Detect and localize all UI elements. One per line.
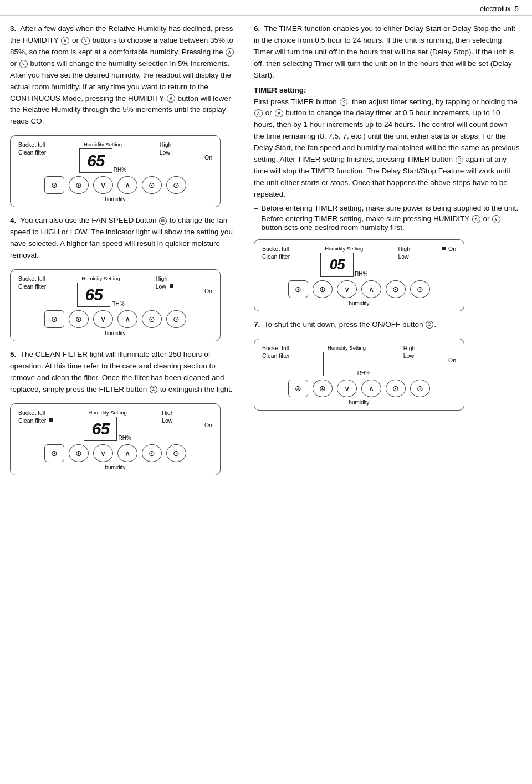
panel-1-center: Humidity Setting 65 RH%	[79, 141, 126, 173]
section-7-num: 7.	[254, 320, 260, 329]
low-label-3: Low	[162, 417, 174, 424]
rh-label-2: RH%	[111, 301, 124, 307]
on-label-1: On	[204, 154, 212, 161]
panel-3-left-labels: Bucket full Clean filter	[18, 409, 53, 424]
section-4: 4. You can also use the FAN SPEED button…	[10, 215, 238, 262]
section-3-num: 3.	[10, 24, 16, 33]
btn-onoff-5: ⊙	[410, 380, 430, 397]
section-3: 3. After a few days when the Relative Hu…	[10, 23, 238, 127]
display-box-5	[323, 352, 356, 376]
panel-5-left-labels: Bucket full Clean filter	[262, 345, 290, 359]
low-label-2: Low	[156, 283, 173, 290]
btn-timer-1: ⊙	[142, 176, 162, 194]
clean-filter-label-3: Clean filter	[18, 417, 53, 424]
panel-2-top-row: Bucket full Clean filter Humidity Settin…	[18, 275, 212, 307]
rh-label-5: RH%	[357, 370, 370, 376]
down-chevron-r1: ∨	[275, 109, 283, 117]
btn-up-5: ∧	[361, 380, 381, 397]
panel-2-buttons: ⊛ ⊛ ∨ ∧ ⊙ ⊙	[18, 310, 212, 328]
section-4-num: 4.	[10, 216, 16, 224]
humidity-bottom-2: humidity	[18, 330, 212, 336]
panel-5-top-row: Bucket full Clean filter Humidity Settin…	[262, 345, 456, 376]
panel-1-high-low: High Low	[160, 141, 172, 156]
rh-label-1: RH%	[114, 167, 126, 173]
humidity-bottom-1: humidity	[18, 196, 212, 202]
panel-diagram-5: Bucket full Clean filter Humidity Settin…	[254, 339, 464, 411]
clean-filter-label-4: Clean filter	[262, 253, 290, 260]
humidity-setting-label-2: Humidity Setting	[81, 275, 120, 281]
section-5: 5. The CLEAN FILTER light will illuminat…	[10, 349, 238, 396]
page-content: 3. After a few days when the Relative Hu…	[0, 16, 532, 491]
onoff-icon: ⊙	[426, 321, 433, 329]
on-label-3: On	[204, 422, 212, 428]
panel-2-left-labels: Bucket full Clean filter	[18, 275, 46, 290]
down-chevron-2: ∨	[19, 60, 28, 68]
display-box-4: 05	[320, 253, 354, 277]
panel-4-high-low: High Low	[398, 245, 410, 260]
panel-5-center: Humidity Setting RH%	[323, 345, 370, 376]
btn-fan-3: ⊛	[69, 444, 89, 462]
low-label-4: Low	[398, 253, 410, 260]
panel-3-center: Humidity Setting 65 RH%	[84, 409, 131, 441]
on-label-2: On	[204, 288, 212, 294]
display-box-1: 65	[79, 148, 112, 173]
btn-filter-3: ⊛	[44, 444, 64, 462]
btn-up-1: ∧	[117, 176, 137, 194]
btn-fan-1: ⊛	[69, 176, 89, 194]
page-header: electrolux 5	[0, 0, 532, 16]
section-7: 7. To shut the unit down, press the ON/O…	[254, 319, 520, 331]
humidity-bottom-3: humidity	[18, 464, 212, 470]
on-label-4: On	[448, 245, 456, 252]
dash-item-2: – Before entering TIMER setting, make su…	[254, 214, 520, 232]
btn-timer-5: ⊙	[386, 380, 406, 397]
btn-onoff-4: ⊙	[410, 280, 430, 298]
panel-3-top-row: Bucket full Clean filter Humidity Settin…	[18, 409, 212, 441]
timer-setting-label: TIMER setting:	[254, 86, 306, 94]
on-area-4: On	[441, 245, 456, 252]
dash-item-1: – Before entering TIMER setting, make su…	[254, 204, 520, 212]
panel-4-left-labels: Bucket full Clean filter	[262, 245, 290, 260]
dash-text-2: Before entering TIMER setting, make sure…	[262, 214, 520, 232]
btn-onoff-1: ⊙	[166, 176, 186, 194]
up-chevron-2: ∧	[226, 48, 234, 57]
btn-filter-1: ⊛	[44, 176, 64, 194]
up-chevron-r2: ∧	[472, 215, 480, 223]
low-dot-2	[170, 284, 173, 288]
humidity-setting-label-4: Humidity Setting	[325, 245, 363, 252]
section-6-text: 6. The TIMER function enables you to eit…	[254, 23, 520, 81]
btn-onoff-2: ⊙	[166, 310, 186, 328]
clean-filter-label-1: Clean filter	[18, 149, 46, 156]
display-box-3: 65	[84, 417, 117, 441]
btn-down-4: ∨	[337, 280, 357, 298]
panel-4-buttons: ⊛ ⊛ ∨ ∧ ⊙ ⊙	[262, 280, 456, 298]
humidity-setting-label-5: Humidity Setting	[328, 345, 366, 351]
btn-fan-5: ⊛	[313, 380, 332, 397]
rh-label-4: RH%	[355, 271, 367, 277]
bucket-full-label-2: Bucket full	[18, 275, 46, 282]
btn-up-2: ∧	[117, 310, 137, 328]
section-6-num: 6.	[254, 24, 260, 33]
panel-3-high-low: High Low	[162, 409, 174, 424]
filter-dot-3	[49, 418, 53, 422]
panel-2-center: Humidity Setting 65 RH%	[77, 275, 124, 307]
up-chevron-1: ∧	[61, 37, 69, 45]
btn-filter-4: ⊛	[288, 280, 308, 298]
btn-filter-2: ⊛	[44, 310, 64, 328]
humidity-setting-label-3: Humidity Setting	[89, 409, 127, 416]
section-3-text: 3. After a few days when the Relative Hu…	[10, 23, 238, 127]
display-box-2: 65	[77, 283, 110, 307]
btn-down-1: ∨	[93, 176, 113, 194]
clean-filter-label-5: Clean filter	[262, 352, 290, 359]
section-7-text: 7. To shut the unit down, press the ON/O…	[254, 319, 520, 331]
btn-down-2: ∨	[93, 310, 113, 328]
down-chevron-r2: ∨	[492, 215, 500, 223]
section-6: 6. The TIMER function enables you to eit…	[254, 23, 520, 232]
high-label-1: High	[160, 141, 172, 148]
rh-label-3: RH%	[118, 435, 131, 441]
btn-up-4: ∧	[361, 280, 381, 298]
on-label-5: On	[448, 357, 456, 363]
high-label-4: High	[398, 245, 410, 252]
panel-1-top-row: Bucket full Clean filter Humidity Settin…	[18, 141, 212, 173]
panel-5-high-low: High Low	[403, 345, 416, 359]
timer-icon-1: ⊙	[340, 98, 347, 106]
